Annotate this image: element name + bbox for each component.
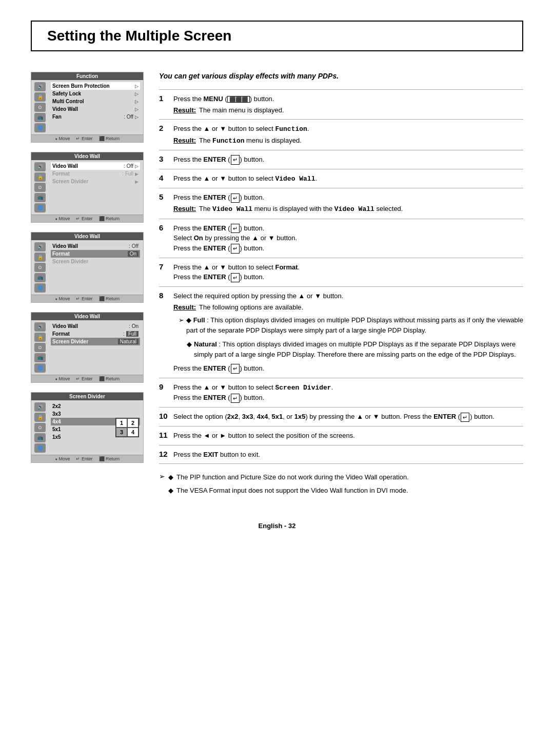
step-num-4: 4 <box>159 169 173 188</box>
enter-icon-6a: ↵ <box>231 224 240 234</box>
menu-body-1: 🔊 🔒 ⊙ 📺 🌀 Screen Burn Protection ▷ Safet… <box>31 80 143 134</box>
step-num-5: 5 <box>159 188 173 219</box>
step-num-11: 11 <box>159 427 173 445</box>
step-content-4: Press the ▲ or ▼ button to select Video … <box>173 169 523 188</box>
step-num-10: 10 <box>159 408 173 427</box>
step8-arrow: ➢ ◆ Full : This option displays divided … <box>179 315 523 335</box>
menu-row-1: Screen Burn Protection ▷ <box>51 82 140 90</box>
menu-row-4: Video Wall ▷ <box>51 105 140 113</box>
bullet-icon-1: ◆ <box>168 472 173 482</box>
menu-footer-4: ⬧ Move ↵ Enter ⬛ Return <box>31 375 143 382</box>
menu-title-5: Screen Divider <box>31 393 143 400</box>
menu-row-sd2: 3x3 <box>51 410 140 418</box>
steps-table: 1 Press the MENU (⬛⬛⬛) button. Result: T… <box>159 89 523 464</box>
step-num-12: 12 <box>159 445 173 464</box>
result-line-1: Result: The main menu is displayed. <box>173 105 523 115</box>
menu-icon-vw5: 🌀 <box>34 203 46 212</box>
step8-bullet2: ◆ Natural : This option displays divided… <box>187 339 523 359</box>
menu-row-vw3: Screen Divider ▶ <box>51 178 140 185</box>
menu-row-3: Multi Control ▷ <box>51 98 140 105</box>
menu-icon-vw41: 🔊 <box>34 322 46 332</box>
menu-icon-vw1: 🔊 <box>34 162 46 171</box>
menu-row-vw43: Screen Divider Natural <box>51 338 140 345</box>
step-content-5: Press the ENTER (↵) button. Result: The … <box>173 188 523 219</box>
menu-row-vw1: Video Wall : Off ▷ <box>51 162 140 170</box>
menu-icon-multi: ⊙ <box>34 103 46 112</box>
menu-row-vw42: Format : Full <box>51 330 140 338</box>
page-title: Setting the Multiple Screen <box>47 28 507 44</box>
grid-cell-1: 1 <box>116 418 127 428</box>
menu-icon-vw33: ⊙ <box>34 263 46 272</box>
step-row-3: 3 Press the ENTER (↵) button. <box>159 150 523 169</box>
step-content-8: Select the required option by pressing t… <box>173 287 523 378</box>
menu-icon-vw45: 🌀 <box>34 363 46 373</box>
menu-icon-vw31: 🔊 <box>34 242 46 251</box>
menu-row-vw41: Video Wall : On <box>51 322 140 330</box>
menu-title-1: Function <box>31 72 143 80</box>
menu-title-4: Video Wall <box>31 313 143 320</box>
step8-bullets: ➢ ◆ Full : This option displays divided … <box>179 315 523 359</box>
menu-body-5: 🔊 🔒 ⊙ 📺 🌀 2x2 3x3 4 <box>31 400 143 455</box>
step-num-7: 7 <box>159 258 173 286</box>
step-row-2: 2 Press the ▲ or ▼ button to select Func… <box>159 120 523 150</box>
enter-icon-7: ↵ <box>231 273 240 283</box>
result-line-8: Result: The following options are availa… <box>173 302 523 313</box>
menu-icon-video: 📺 <box>34 113 46 122</box>
step-row-7: 7 Press the ▲ or ▼ button to select Form… <box>159 258 523 286</box>
step-content-10: Select the option (2x2, 3x3, 4x4, 5x1, o… <box>173 408 523 427</box>
menu-footer-5: ⬧ Move ↵ Enter ⬛ Return <box>31 455 143 462</box>
menu-icon-speaker: 🔊 <box>34 82 46 91</box>
page-number: English - 32 <box>259 522 296 530</box>
enter-icon-10: ↵ <box>461 413 469 422</box>
menu-row-vw2: Format : Full ▶ <box>51 170 140 178</box>
menu-row-sd3: 4x4 1 2 3 4 <box>51 418 140 425</box>
menu-body-3: 🔊 🔒 ⊙ 📺 🌀 Video Wall : Off For <box>31 240 143 295</box>
page-footer: English - 32 <box>31 522 523 530</box>
enter-icon-8: ↵ <box>231 364 240 374</box>
menu-row-sd1: 2x2 <box>51 402 140 410</box>
step-content-6: Press the ENTER (↵) button. Select On by… <box>173 219 523 258</box>
menu-icon-vw2: 🔒 <box>34 172 46 182</box>
menu-row-2: Safety Lock ▷ <box>51 90 140 98</box>
menu-icon-sd2: 🔒 <box>34 413 46 422</box>
step-row-1: 1 Press the MENU (⬛⬛⬛) button. Result: T… <box>159 90 523 120</box>
menu-icon-sd5: 🌀 <box>34 443 46 453</box>
menu-icon-symbol: ⬛⬛⬛ <box>227 96 250 103</box>
enter-icon-6b: ↵ <box>231 244 240 254</box>
step-row-5: 5 Press the ENTER (↵) button. Result: Th… <box>159 188 523 219</box>
menu-icon-vw44: 📺 <box>34 353 46 362</box>
menu-icon-sd1: 🔊 <box>34 402 46 412</box>
menu-icon-sd4: 📺 <box>34 433 46 442</box>
menu-title-3: Video Wall <box>31 232 143 240</box>
subtitle: You can get various display effects with… <box>159 72 523 80</box>
step-row-6: 6 Press the ENTER (↵) button. Select On … <box>159 219 523 258</box>
menu-icon-fan: 🌀 <box>34 123 46 132</box>
result-line-5: Result: The Video Wall menu is displayed… <box>173 204 523 215</box>
menu-icon-sd3: ⊙ <box>34 423 46 432</box>
menu-screenshot-3: Video Wall 🔊 🔒 ⊙ 📺 🌀 Video Wall : <box>31 232 144 303</box>
bullet-icon-2: ◆ <box>168 486 173 496</box>
menu-icon-vw42: 🔒 <box>34 333 46 342</box>
step-content-1: Press the MENU (⬛⬛⬛) button. Result: The… <box>173 90 523 120</box>
step-num-9: 9 <box>159 378 173 407</box>
step-content-9: Press the ▲ or ▼ button to select Screen… <box>173 378 523 407</box>
note-row-2: ◆ The VESA Format input does not support… <box>168 486 409 496</box>
menu-screenshot-5: Screen Divider 🔊 🔒 ⊙ 📺 🌀 2x2 <box>31 392 144 463</box>
grid-cell-3: 3 <box>116 428 127 437</box>
menu-title-2: Video Wall <box>31 152 143 160</box>
menu-row-vw32: Format On <box>51 250 140 258</box>
menu-footer-1: ⬧ Move ↵ Enter ⬛ Return <box>31 134 143 142</box>
left-column: Function 🔊 🔒 ⊙ 📺 🌀 Screen Burn Protectio… <box>31 72 144 501</box>
step-content-12: Press the EXIT button to exit. <box>173 445 523 464</box>
grid-cell-2: 2 <box>127 418 138 428</box>
step-row-11: 11 Press the ◄ or ► button to select the… <box>159 427 523 445</box>
menu-row-vw31: Video Wall : Off <box>51 242 140 250</box>
step-num-2: 2 <box>159 120 173 150</box>
note-group: ➢ ◆ The PIP function and Picture Size do… <box>159 472 523 498</box>
step-row-4: 4 Press the ▲ or ▼ button to select Vide… <box>159 169 523 188</box>
enter-icon-3: ↵ <box>231 155 240 165</box>
menu-footer-3: ⬧ Move ↵ Enter ⬛ Return <box>31 295 143 302</box>
menu-icon-vw43: ⊙ <box>34 343 46 352</box>
menu-icon-safety: 🔒 <box>34 92 46 102</box>
notes-section: ➢ ◆ The PIP function and Picture Size do… <box>159 472 523 498</box>
